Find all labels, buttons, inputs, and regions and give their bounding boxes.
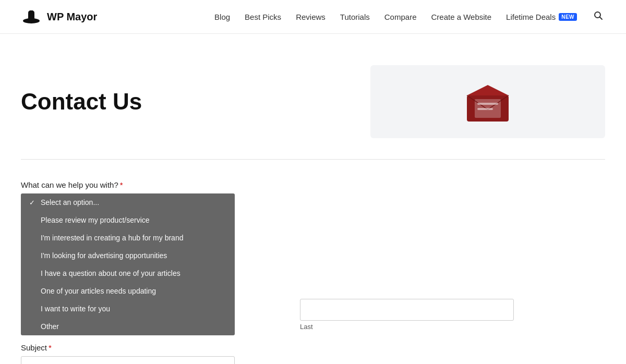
help-dropdown-menu[interactable]: ✓ Select an option... Please review my p… xyxy=(21,193,235,335)
hero-image-area xyxy=(370,65,605,138)
dropdown-option-write[interactable]: I want to write for you xyxy=(21,300,235,318)
dropdown-option-update[interactable]: One of your articles needs updating xyxy=(21,282,235,300)
help-form-group: What can we help you with?* ✓ Select an … xyxy=(21,180,605,189)
dropdown-option-advertising[interactable]: I'm looking for advertising opportunitie… xyxy=(21,247,235,264)
svg-rect-3 xyxy=(29,10,33,13)
nav-reviews[interactable]: Reviews xyxy=(296,13,326,21)
svg-rect-10 xyxy=(477,103,498,105)
nav-compare[interactable]: Compare xyxy=(384,13,417,21)
nav-tutorials[interactable]: Tutorials xyxy=(340,13,370,21)
check-icon: ✓ xyxy=(29,199,37,207)
search-button[interactable] xyxy=(592,9,605,25)
nav-best-picks[interactable]: Best Picks xyxy=(245,13,281,21)
logo-hat-icon xyxy=(21,6,42,27)
logo-text: WP Mayor xyxy=(47,11,97,23)
dropdown-option-hub[interactable]: I'm interested in creating a hub for my … xyxy=(21,229,235,247)
help-label: What can we help you with?* xyxy=(21,180,605,189)
last-name-label: Last xyxy=(300,323,569,331)
subject-label: Subject* xyxy=(21,343,605,352)
main-nav: Blog Best Picks Reviews Tutorials Compar… xyxy=(214,9,605,25)
contact-form-section: What can we help you with?* ✓ Select an … xyxy=(0,160,626,364)
hero-left: Contact Us xyxy=(21,65,350,138)
envelope-icon xyxy=(464,81,511,123)
subject-required-star: * xyxy=(49,343,52,352)
last-name-input[interactable] xyxy=(300,299,514,321)
hero-section: Contact Us xyxy=(0,34,626,159)
svg-line-5 xyxy=(600,17,603,19)
nav-blog[interactable]: Blog xyxy=(214,13,230,21)
last-name-col: Last xyxy=(300,299,569,331)
subject-form-group: Subject* xyxy=(21,343,605,364)
nav-create-website[interactable]: Create a Website xyxy=(431,13,491,21)
dropdown-option-review[interactable]: Please review my product/service xyxy=(21,211,235,229)
new-badge: NEW xyxy=(559,13,577,21)
svg-rect-11 xyxy=(477,108,493,110)
subject-input[interactable] xyxy=(21,356,235,364)
required-star: * xyxy=(120,180,123,189)
search-icon xyxy=(594,11,603,20)
dropdown-option-select[interactable]: ✓ Select an option... xyxy=(21,193,235,211)
dropdown-option-question[interactable]: I have a question about one of your arti… xyxy=(21,264,235,282)
site-header: WP Mayor Blog Best Picks Reviews Tutoria… xyxy=(0,0,626,34)
logo-link[interactable]: WP Mayor xyxy=(21,6,97,27)
dropdown-option-other[interactable]: Other xyxy=(21,318,235,335)
nav-lifetime-deals[interactable]: Lifetime Deals NEW xyxy=(506,13,577,21)
page-title: Contact Us xyxy=(21,89,142,114)
